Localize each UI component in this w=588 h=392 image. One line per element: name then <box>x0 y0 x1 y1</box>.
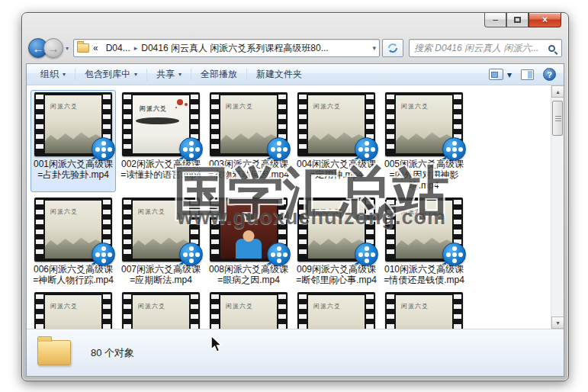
thumbnail-caption: 闲派六爻 <box>50 302 78 310</box>
chevron-down-icon: ▾ <box>134 71 137 78</box>
media-player-overlay-icon <box>267 137 291 161</box>
details-pane: 80 个对象 <box>27 329 564 376</box>
folder-icon <box>37 340 71 365</box>
video-thumbnail: 闲派六爻 <box>385 198 463 262</box>
breadcrumb[interactable]: « D04... ▸ D0416 闲云真人 闲派六爻系列课程高级班80... ▾ <box>73 39 380 57</box>
minimize-button[interactable]: – <box>484 13 506 27</box>
recent-pages-dropdown[interactable]: ▾ <box>66 45 69 52</box>
file-item[interactable]: 闲派六爻 004闲派六爻高级课=定用神.mp4 <box>294 90 379 192</box>
client-area: 组织 ▾ 包含到库中 ▾ 共享 ▾ 全部播放 <box>26 63 564 377</box>
chevron-down-icon: ▾ <box>66 45 69 52</box>
filmstrip-holes <box>299 200 307 259</box>
organize-button[interactable]: 组织 ▾ <box>34 65 72 84</box>
file-item[interactable]: 闲派六爻 012闲派六爻高级课=整体角度观察卦.mp4 <box>118 290 204 329</box>
file-item[interactable]: 闲派六爻 007闲派六爻高级课=应期断法.mp4 <box>118 195 204 287</box>
file-item[interactable]: 闲派六爻 003闲派六爻高级课=衣物邪动何因.mp4 <box>206 90 291 192</box>
preview-pane-button[interactable] <box>521 69 534 80</box>
close-button[interactable]: × <box>529 13 561 27</box>
toolbar-separator <box>191 69 191 81</box>
desktop: – × ← → ▾ « D04... ▸ D0416 闲云真人 闲派六爻系列课程… <box>0 0 588 392</box>
thumbnail-caption: 闲派六爻 <box>401 207 429 216</box>
help-button[interactable]: ? <box>543 68 556 81</box>
thumbnail-frame: 闲派六爻 <box>45 295 101 329</box>
file-item[interactable]: 闲派六爻 <box>206 290 291 329</box>
media-player-overlay-icon <box>179 137 203 161</box>
address-dropdown[interactable]: ▾ <box>372 44 376 52</box>
file-label: 006闲派六爻高级课=神断人物行踪.mp4 <box>31 264 115 285</box>
breadcrumb-current[interactable]: D0416 闲云真人 闲派六爻系列课程高级班80... <box>141 42 369 55</box>
maximize-button[interactable] <box>506 13 529 27</box>
video-thumbnail: 闲派六爻 <box>34 92 112 156</box>
toolbar-separator <box>146 69 147 81</box>
toolbar-separator <box>75 69 76 81</box>
change-view-button[interactable]: ▾ <box>489 69 512 80</box>
file-label: 002闲派六爻高级课=读懂卦的语言.mp4 <box>119 159 203 180</box>
file-item[interactable]: 闲派六爻 <box>381 290 467 329</box>
vertical-scrollbar[interactable]: ▴ ▾ <box>551 85 564 329</box>
video-thumbnail: 闲派六爻 <box>34 292 112 329</box>
file-item[interactable]: 闲派六爻 009闲派六爻高级课=断邻里闹心事.mp4 <box>294 195 379 287</box>
filmstrip-holes <box>211 95 219 154</box>
chevron-down-icon: ▾ <box>63 71 66 78</box>
file-item[interactable]: 闲派六爻 008闲派六爻高级课=眼病之因.mp4 <box>206 195 291 287</box>
video-thumbnail: 闲派六爻 <box>210 198 288 262</box>
play-all-button[interactable]: 全部播放 <box>194 65 243 84</box>
search-input[interactable] <box>414 43 548 53</box>
chevron-down-icon: ▾ <box>178 71 182 78</box>
file-item[interactable]: 闲派六爻 005闲派六爻高级课=内外因对用神影响.mp4 <box>381 90 467 192</box>
media-player-overlay-icon <box>442 243 466 266</box>
scroll-down-button[interactable]: ▾ <box>551 316 564 329</box>
media-player-overlay-icon <box>179 243 203 266</box>
filmstrip-holes <box>124 95 131 154</box>
media-player-overlay-icon <box>92 137 115 161</box>
file-label: 008闲派六爻高级课=眼病之因.mp4 <box>207 264 291 285</box>
file-label: 009闲派六爻高级课=断邻里闹心事.mp4 <box>294 264 378 285</box>
thumbnail-caption: 闲派六爻 <box>313 207 341 216</box>
thumbnail-caption: 闲派六爻 <box>226 102 253 111</box>
thumbnail-caption: 闲派六爻 <box>313 102 341 111</box>
video-thumbnail: 闲派六爻 <box>34 198 112 262</box>
thumbnail-frame: 闲派六爻 <box>220 295 277 329</box>
file-item[interactable]: 闲派六爻 <box>294 290 379 329</box>
file-label: 001闲派六爻高级课=占卦先验卦.mp4 <box>31 159 115 180</box>
breadcrumb-overflow[interactable]: « <box>93 43 98 53</box>
file-item[interactable]: 闲派六爻 011闲派六爻高级课=不同的见解.mp4 <box>31 290 116 329</box>
filmstrip-holes <box>36 294 43 329</box>
media-player-overlay-icon <box>267 243 291 266</box>
explorer-window: – × ← → ▾ « D04... ▸ D0416 闲云真人 闲派六爻系列课程… <box>21 12 569 381</box>
file-list: 闲派六爻 001闲派六爻高级课=占卦先验卦.mp4 闲派六爻 002闲派六爻高级… <box>27 85 564 329</box>
refresh-button[interactable] <box>382 39 403 57</box>
video-thumbnail: 闲派六爻 <box>210 292 288 329</box>
file-item[interactable]: 闲派六爻 001闲派六爻高级课=占卦先验卦.mp4 <box>31 90 116 192</box>
scroll-down-icon: ▾ <box>556 320 559 326</box>
command-toolbar: 组织 ▾ 包含到库中 ▾ 共享 ▾ 全部播放 <box>27 64 564 85</box>
file-grid: 闲派六爻 001闲派六爻高级课=占卦先验卦.mp4 闲派六爻 002闲派六爻高级… <box>27 85 551 329</box>
thumbnail-frame: 闲派六爻 <box>133 295 189 329</box>
minimize-icon: – <box>493 14 498 25</box>
forward-icon: → <box>48 42 59 55</box>
scroll-up-button[interactable]: ▴ <box>551 85 564 98</box>
file-item[interactable]: 闲派六爻 002闲派六爻高级课=读懂卦的语言.mp4 <box>118 90 204 192</box>
maximize-icon <box>514 17 521 23</box>
forward-button[interactable]: → <box>43 38 63 58</box>
scroll-up-icon: ▴ <box>556 88 559 95</box>
item-count-label: 80 个对象 <box>91 346 134 360</box>
share-button[interactable]: 共享 ▾ <box>150 65 188 84</box>
video-thumbnail: 闲派六爻 <box>122 292 200 329</box>
filmstrip-holes <box>278 294 286 329</box>
include-in-library-button[interactable]: 包含到库中 ▾ <box>79 65 143 84</box>
thumbnail-caption: 闲派六爻 <box>50 102 78 111</box>
thumbnail-frame: 闲派六爻 <box>396 295 452 329</box>
scrollbar-thumb[interactable] <box>552 101 563 136</box>
file-item[interactable]: 闲派六爻 006闲派六爻高级课=神断人物行踪.mp4 <box>31 195 116 287</box>
breadcrumb-parent[interactable]: D04... <box>106 43 130 53</box>
views-icon <box>489 69 503 80</box>
filmstrip-holes <box>387 200 394 259</box>
filmstrip-holes <box>191 294 198 329</box>
chevron-down-icon: ▾ <box>507 69 512 80</box>
thumbnail-frame: 闲派六爻 <box>308 295 365 329</box>
filmstrip-holes <box>299 294 307 329</box>
new-folder-button[interactable]: 新建文件夹 <box>250 65 308 84</box>
filmstrip-holes <box>124 200 131 259</box>
file-item[interactable]: 闲派六爻 010闲派六爻高级课=情债还是钱债.mp4 <box>381 195 467 287</box>
